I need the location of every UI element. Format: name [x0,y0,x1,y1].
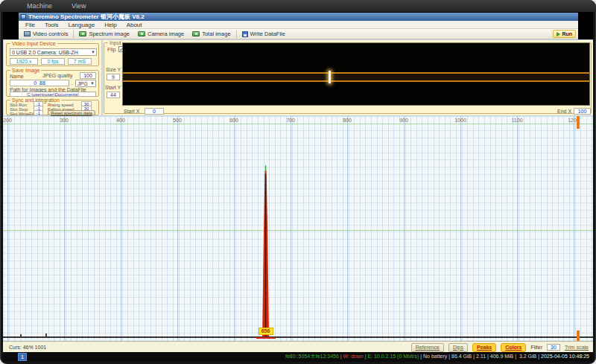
x-tick-label: 200 [3,118,16,123]
guest-screen: Theremino Spectrometer 银河小魔板 V8.2 File T… [3,12,593,362]
menu-tools[interactable]: Tools [45,22,59,28]
camera-preview[interactable] [122,42,590,106]
x-tick-label: 500 [169,118,186,123]
peak-underline [256,337,276,339]
run-button[interactable]: Run [553,30,576,38]
run-label: Run [562,31,572,36]
system-stats: | No battery | 86.4 GiB | 2.11 | 406.9 M… [419,354,541,359]
save-image-group-title: Save Image [10,68,41,73]
statusbar-controls: Reference Dips Peaks Colors Filter 30 Tr… [411,342,589,352]
toolbar-separator [236,31,237,38]
dips-button[interactable]: Dips [448,343,468,352]
spectrum-series [3,116,593,341]
total-image-label: Total image [202,31,230,37]
play-icon [557,32,560,36]
name-field[interactable]: 0_88 [10,80,69,86]
end-x-field[interactable]: 100 [574,108,591,115]
clock: 2025-04-05 10:48:25 [541,354,589,359]
video-input-group: Video Input Device 0 USB 2.0 Camera: USB… [6,43,99,66]
sync-group: Sync and integration Slot Run -1 Slot St… [6,100,99,115]
camera-image-button[interactable]: Camera image [135,30,187,38]
trim-scale-marker[interactable] [577,116,580,129]
app-icon [21,14,26,19]
x-tick-label: 1000 [452,118,469,123]
vm-menubar: Machine View [0,0,596,12]
x-tick-label: 800 [339,118,355,123]
vm-window: Machine View Theremino Spectrometer 银河小魔… [0,0,596,364]
reference-button[interactable]: Reference [411,343,444,352]
left-panel: Video Input Device 0 USB 2.0 Camera: USB… [4,40,101,115]
save-image-group: Save Image Name JPEG quality 100 0_88 . … [6,70,99,97]
app-title: Theremino Spectrometer 银河小魔板 V8.2 [28,13,145,21]
path-field[interactable]: C:\users\user\Documents\ [10,92,96,97]
dot-label: . [72,80,73,86]
menu-language[interactable]: Language [69,22,95,28]
taskbar-status: fe80::5054:ff:fe12:3456 | W: down | E: 1… [285,354,589,360]
total-image-button[interactable]: Total image [189,30,233,38]
workspace-badge[interactable]: 1 [18,353,27,361]
app-toolbar: Video controls Spectrum image Camera ima… [19,29,578,39]
format-select[interactable]: JPG ▼ [75,80,96,87]
ipv6-address: fe80::5054:ff:fe12:3456 [285,354,339,359]
flip-label: Flip [107,47,115,53]
latency-box: 7 mS [68,58,92,65]
trim-scale-marker[interactable] [577,331,580,341]
spectrum-chart[interactable]: 200300400500600700800900100011001200656 [3,116,593,341]
peaks-button[interactable]: Peaks [472,343,496,352]
x-tick-label: 900 [396,118,412,123]
cursor-readout: Curs: 46% 1001 [9,345,46,350]
camera-icon [192,31,200,36]
fps-box: 0 fps [41,58,65,65]
trim-scale-button[interactable]: Trim scale [565,345,589,350]
filter-field[interactable]: 30 [547,344,560,351]
resolution-box: 1920 x [10,58,38,65]
jpeg-quality-label: JPEG quality [42,73,72,79]
reset-spectrum-button[interactable]: Reset spectrum data [48,110,95,115]
ethernet-status: E: 10.0.2.15 (0 Mbit/s) [367,354,419,359]
x-tick-label: 300 [56,118,72,123]
start-x-label: Start X [124,109,139,115]
vm-menu-view[interactable]: View [72,2,86,10]
video-controls-button[interactable]: Video controls [21,30,71,38]
video-device-select[interactable]: 0 USB 2.0 Camera: USB-ZH ▼ [10,48,97,56]
start-y-label: Start Y [105,85,121,91]
chevron-down-icon: ▼ [91,49,95,56]
colors-button[interactable]: Colors [501,343,526,352]
control-panels: Video Input Device 0 USB 2.0 Camera: USB… [3,39,593,116]
size-y-field[interactable]: 9 [107,74,120,80]
video-device-value: 0 USB 2.0 Camera: USB-ZH [12,50,78,55]
scan-band[interactable] [123,72,589,82]
camera-icon [138,31,145,36]
size-y-label: Size Y [106,67,121,73]
spectrum-image-label: Spectrum image [89,31,130,37]
save-icon [242,31,248,37]
write-datafile-button[interactable]: Write DataFile [239,30,288,38]
camera-image-label: Camera image [148,31,184,37]
x-tick-label: 600 [226,118,242,123]
wifi-status: W: down [343,354,364,359]
filter-label: Filter [530,345,542,350]
input-panel: Input Flip ✓ Size Y 9 Start Y 44 Start X… [103,40,593,115]
toolbar-separator [73,31,74,38]
vm-menu-machine[interactable]: Machine [27,2,52,10]
start-x-field[interactable]: 0 [145,108,164,115]
video-controls-icon [24,31,31,36]
write-datafile-label: Write DataFile [250,31,285,37]
name-label: Name [10,74,24,80]
menu-file[interactable]: File [25,22,35,28]
input-group-title: Input [108,40,123,45]
slot-writefile-field[interactable]: -1 [34,110,43,115]
spectrum-statusbar: Curs: 46% 1001 Reference Dips Peaks Colo… [3,341,593,352]
menu-help[interactable]: Help [104,22,116,28]
video-input-group-title: Video Input Device [10,41,57,46]
menu-about[interactable]: About [127,22,142,28]
taskbar: 1 fe80::5054:ff:fe12:3456 | W: down | E:… [3,352,593,362]
spectral-line [329,71,331,83]
x-tick-label: 700 [282,118,299,123]
end-x-label: End X [557,109,571,115]
start-y-field[interactable]: 44 [107,92,120,98]
jpeg-quality-field[interactable]: 100 [80,72,96,79]
app-titlebar: Theremino Spectrometer 银河小魔板 V8.2 [19,13,578,21]
spectrum-image-button[interactable]: Spectrum image [76,30,133,38]
peak-label: 656 [259,328,273,335]
